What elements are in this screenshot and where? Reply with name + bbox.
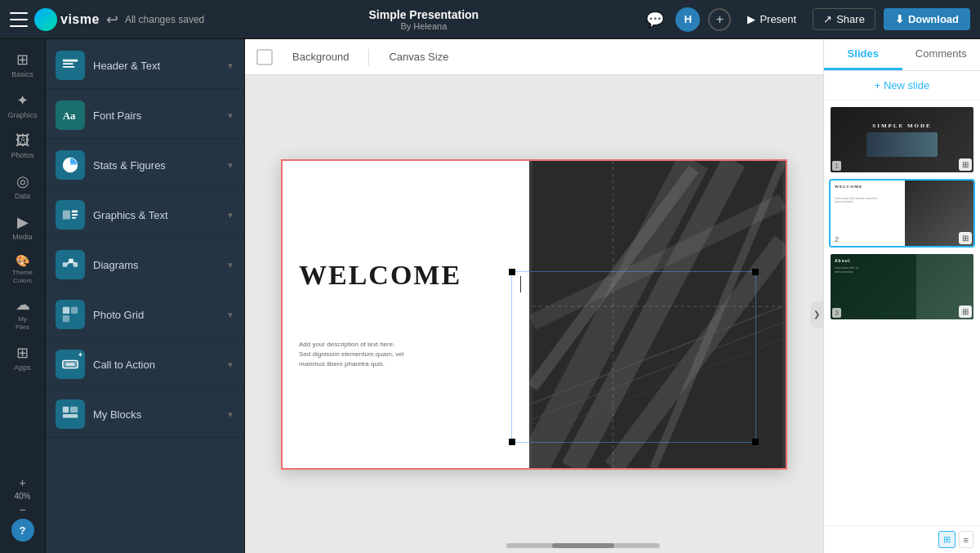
color-picker[interactable] bbox=[256, 49, 273, 65]
panel-label-call-to-action: Call to Action bbox=[93, 359, 218, 371]
chevron-down-icon: ▼ bbox=[226, 211, 234, 220]
svg-rect-2 bbox=[63, 66, 75, 68]
slide-action-1: ⊞ bbox=[959, 156, 972, 171]
right-panel: Slides Comments + New slide SIMPLE MODE … bbox=[823, 39, 980, 553]
zoom-controls: + 40% − ? bbox=[11, 477, 34, 553]
logo-text: visme bbox=[60, 12, 100, 27]
slide-left-panel: WELCOME Add your description of text her… bbox=[283, 161, 529, 468]
font-pairs-icon: Aa bbox=[56, 100, 85, 130]
my-blocks-icon bbox=[56, 399, 85, 429]
logo-icon bbox=[34, 8, 57, 31]
chevron-down-icon: ▼ bbox=[226, 410, 234, 419]
panel-item-stats: 40% Stats & Figures ▼ bbox=[46, 139, 244, 189]
tab-slides[interactable]: Slides bbox=[824, 39, 902, 70]
panel-header-header-text[interactable]: Header & Text ▼ bbox=[46, 39, 244, 88]
sidebar-item-apps[interactable]: ⊞ Apps bbox=[3, 339, 42, 377]
zoom-in-button[interactable]: + bbox=[19, 477, 25, 488]
slide-action-2: ⊞ bbox=[959, 230, 972, 244]
sidebar-item-basics[interactable]: ⊞ Basics bbox=[3, 46, 42, 83]
slide-welcome-text: WELCOME bbox=[299, 260, 513, 291]
panel-label-stats: Stats & Figures bbox=[93, 159, 218, 172]
chevron-down-icon: ▼ bbox=[226, 310, 234, 319]
slide-canvas[interactable]: WELCOME Add your description of text her… bbox=[281, 159, 787, 470]
toolbar-divider bbox=[368, 49, 369, 65]
panel-header-diagrams[interactable]: Diagrams ▼ bbox=[46, 239, 244, 288]
menu-icon[interactable] bbox=[10, 12, 28, 27]
canvas-scrollbar[interactable] bbox=[506, 543, 660, 548]
svg-rect-17 bbox=[63, 315, 69, 322]
download-icon: ⬇ bbox=[895, 13, 904, 25]
chevron-down-icon: ▼ bbox=[226, 111, 234, 120]
sidebar-item-data[interactable]: ◎ Data bbox=[3, 167, 42, 205]
saved-status: All changes saved bbox=[125, 14, 204, 25]
sidebar-label-apps: Apps bbox=[14, 363, 31, 372]
list-view-button[interactable]: ≡ bbox=[959, 531, 973, 548]
undo-icon[interactable]: ↩ bbox=[106, 11, 118, 29]
slide-number-2: 2 bbox=[832, 234, 841, 244]
slide-right-panel bbox=[529, 161, 786, 468]
share-button[interactable]: ↗ Share bbox=[813, 8, 875, 30]
svg-text:Aa: Aa bbox=[63, 110, 76, 122]
panel-header-graphics-text[interactable]: Graphics & Text ▼ bbox=[46, 189, 244, 238]
tab-comments[interactable]: Comments bbox=[902, 39, 981, 70]
slide-thumb-3: About Lorem ipsum dolor sit amet consect… bbox=[831, 254, 973, 319]
chevron-down-icon: ▼ bbox=[226, 61, 234, 70]
canvas-viewport[interactable]: WELCOME Add your description of text her… bbox=[245, 75, 823, 553]
topbar: visme ↩ All changes saved Simple Present… bbox=[0, 0, 980, 39]
chevron-down-icon: ▼ bbox=[226, 360, 234, 369]
panel-header-stats[interactable]: 40% Stats & Figures ▼ bbox=[46, 139, 244, 188]
slide-thumb-1: SIMPLE MODE bbox=[831, 107, 973, 172]
slide-number-1: 1 bbox=[832, 161, 841, 171]
sidebar-label-basics: Basics bbox=[11, 70, 33, 78]
panel-label-my-blocks: My Blocks bbox=[93, 408, 218, 421]
panel-item-call-to-action: ✦ Call to Action ▼ bbox=[46, 338, 244, 388]
graphics-icon: ✦ bbox=[16, 91, 29, 109]
slide-duplicate-3[interactable]: ⊞ bbox=[959, 305, 972, 318]
new-slide-button[interactable]: + New slide bbox=[824, 71, 980, 100]
download-button[interactable]: ⬇ Download bbox=[884, 8, 970, 30]
sidebar-item-my-files[interactable]: ☁ MyFiles bbox=[3, 291, 42, 336]
call-to-action-icon: ✦ bbox=[56, 350, 85, 379]
grid-view-button[interactable]: ⊞ bbox=[938, 531, 956, 548]
zoom-out-button[interactable]: − bbox=[19, 504, 25, 515]
photo-grid-icon bbox=[56, 300, 85, 329]
present-button[interactable]: ▶ Present bbox=[739, 9, 804, 29]
header-text-icon bbox=[56, 51, 85, 80]
canvas-size-button[interactable]: Canvas Size bbox=[382, 47, 455, 66]
canvas-toolbar: Background Canvas Size bbox=[245, 39, 823, 75]
panel-collapse-button[interactable]: ❯ bbox=[810, 301, 823, 328]
slide-item-2[interactable]: WELCOME Lorem ipsum dolor sit amet conse… bbox=[829, 179, 975, 248]
slide-number-3: 3 bbox=[832, 308, 841, 318]
svg-text:40%: 40% bbox=[66, 163, 77, 168]
chevron-down-icon: ▼ bbox=[226, 261, 234, 270]
comments-icon[interactable]: 💬 bbox=[643, 7, 667, 32]
sidebar-item-media[interactable]: ▶ Media bbox=[3, 208, 42, 246]
apps-icon: ⊞ bbox=[16, 344, 29, 362]
background-button[interactable]: Background bbox=[286, 47, 355, 66]
sidebar-item-graphics[interactable]: ✦ Graphics bbox=[3, 87, 42, 124]
main: ⊞ Basics ✦ Graphics 🖼 Photos ◎ Data ▶ Me… bbox=[0, 39, 980, 553]
panel-header-call-to-action[interactable]: ✦ Call to Action ▼ bbox=[46, 338, 244, 387]
panel-label-graphics-text: Graphics & Text bbox=[93, 209, 218, 221]
files-icon: ☁ bbox=[16, 296, 30, 314]
panel-header-font-pairs[interactable]: Aa Font Pairs ▼ bbox=[46, 89, 244, 138]
basics-icon: ⊞ bbox=[16, 51, 29, 69]
panel-header-my-blocks[interactable]: My Blocks ▼ bbox=[46, 388, 244, 437]
slide-duplicate-2[interactable]: ⊞ bbox=[959, 232, 972, 244]
right-panel-tabs: Slides Comments bbox=[824, 39, 980, 71]
help-button[interactable]: ? bbox=[11, 519, 34, 542]
svg-rect-6 bbox=[63, 211, 70, 220]
panel-item-my-blocks: My Blocks ▼ bbox=[46, 388, 244, 438]
slide-action-3: ⊞ bbox=[959, 303, 972, 318]
sidebar-item-photos[interactable]: 🖼 Photos bbox=[3, 127, 42, 164]
sidebar-item-theme-colors[interactable]: 🎨 ThemeColors bbox=[3, 249, 42, 288]
slide-list: SIMPLE MODE 1 ⊞ WELCOME Lorem ipsum dolo… bbox=[824, 100, 980, 525]
svg-rect-11 bbox=[69, 259, 74, 264]
add-user-button[interactable]: + bbox=[708, 8, 731, 31]
slide-duplicate-1[interactable]: ⊞ bbox=[959, 158, 972, 171]
svg-rect-22 bbox=[63, 414, 78, 418]
panel-header-photo-grid[interactable]: Photo Grid ▼ bbox=[46, 288, 244, 337]
slide-item-1[interactable]: SIMPLE MODE 1 ⊞ bbox=[829, 105, 975, 174]
panel-label-photo-grid: Photo Grid bbox=[93, 309, 218, 321]
slide-item-3[interactable]: About Lorem ipsum dolor sit amet consect… bbox=[829, 252, 975, 321]
